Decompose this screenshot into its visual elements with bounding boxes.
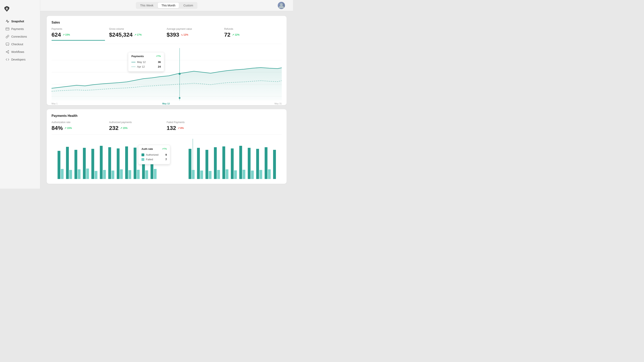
svg-rect-30 [100, 146, 103, 179]
tab-this-week[interactable]: This Week [136, 2, 157, 8]
svg-rect-55 [234, 170, 237, 179]
svg-rect-39 [137, 170, 140, 179]
metric-refunds-label: Refunds [224, 27, 278, 30]
metric-failed-label: Failed Payments [167, 121, 220, 124]
svg-rect-41 [145, 170, 148, 179]
auth-tooltip-badge: ↗7% [162, 148, 167, 150]
bar-group-2 [66, 147, 72, 179]
svg-rect-58 [248, 148, 250, 179]
sidebar-item-label: Checkout [11, 43, 23, 46]
bar-group-17 [222, 146, 228, 179]
tooltip-date-2: Apr 12 [137, 65, 145, 68]
chart-axis-labels: May 1 May 12 May 31 [52, 102, 282, 105]
svg-rect-57 [242, 170, 245, 179]
bar-chart-area: Auth rate ↗7% Authorized 9 Failed [52, 139, 282, 179]
sidebar-item-label: Developers [11, 58, 26, 61]
svg-rect-52 [222, 146, 225, 179]
shopping-cart-icon [6, 42, 9, 46]
metric-avg-badge: ↘ 12% [181, 33, 188, 36]
svg-rect-62 [265, 147, 268, 179]
svg-rect-23 [69, 170, 72, 179]
sidebar-item-snapshot[interactable]: Snapshot [2, 18, 38, 25]
tooltip-row-2: Apr 12 24 [132, 64, 161, 69]
auth-tooltip-row-2: Failed 7 [142, 157, 167, 162]
metric-payments: Payments 624 ↗ 15% [52, 27, 109, 41]
bar-group-4 [83, 148, 89, 179]
axis-label-start: May 1 [52, 102, 58, 105]
bar-group-20 [248, 148, 254, 179]
metric-failed-value-row: 132 ↗ 8% [167, 125, 220, 131]
svg-rect-25 [78, 169, 80, 179]
svg-point-18 [179, 97, 180, 99]
up-arrow-icon: ↗ [64, 127, 66, 129]
avatar-image [278, 2, 285, 9]
bar-group-13 [188, 149, 194, 179]
svg-rect-20 [58, 151, 60, 179]
payments-health-title: Payments Health [52, 114, 282, 118]
bar-group-6 [100, 146, 106, 179]
tab-this-month[interactable]: This Month [158, 2, 179, 8]
metric-payments-value: 624 [52, 31, 61, 38]
metric-avg-label: Average payment value [167, 27, 220, 30]
svg-rect-53 [226, 169, 228, 179]
bar-group-1 [58, 151, 64, 179]
tooltip-row-1: May 12 36 [132, 60, 161, 64]
metric-failed-badge: ↗ 8% [178, 127, 184, 129]
metric-avg-value: $393 [167, 31, 179, 38]
metric-authorized: Authorized payments 232 ↗ 15% [109, 121, 167, 131]
metric-refunds-change: 12% [235, 33, 240, 36]
sidebar-item-payments[interactable]: Payments [2, 25, 38, 32]
svg-rect-38 [134, 148, 136, 179]
svg-rect-63 [268, 169, 271, 179]
sidebar-item-connections[interactable]: Connections [2, 33, 38, 40]
metric-payments-label: Payments [52, 27, 105, 30]
authorized-color-swatch [142, 153, 144, 156]
content-area: Sales Payments 624 ↗ 15% Gr [40, 11, 293, 189]
bar-group-18 [231, 148, 237, 179]
up-arrow-icon: ↗ [178, 127, 180, 129]
svg-rect-26 [83, 148, 86, 179]
bar-group-14 [197, 148, 203, 179]
metric-failed-payments: Failed Payments 132 ↗ 8% [167, 121, 224, 131]
axis-label-middle: May 12 [162, 102, 170, 105]
solid-line-indicator [132, 62, 136, 62]
metric-gross-value-row: $245,324 ↗ 17% [109, 31, 162, 38]
sidebar-item-workflows[interactable]: Workflows [2, 48, 38, 55]
sidebar-item-developers[interactable]: Developers [2, 56, 38, 63]
auth-tooltip-label-1: Authorized [142, 153, 158, 156]
tooltip-header: Payments ↗7% [132, 55, 161, 58]
metric-payments-value-row: 624 ↗ 15% [52, 31, 105, 38]
sidebar-item-checkout[interactable]: Checkout [2, 41, 38, 48]
auth-tooltip-val-1: 9 [166, 153, 167, 156]
svg-rect-2 [6, 43, 9, 45]
auth-tooltip-row-1: Authorized 9 [142, 152, 167, 157]
metric-avg-change: 12% [183, 33, 188, 36]
metric-gross-volume: Gross volume $245,324 ↗ 17% [109, 27, 167, 41]
bar-group-8 [117, 148, 123, 179]
metric-gross-change: 17% [137, 33, 142, 36]
svg-point-17 [178, 73, 180, 75]
activity-icon [6, 19, 9, 23]
metric-failed-value: 132 [167, 125, 176, 131]
auth-tooltip-label-2: Failed [142, 158, 153, 161]
tooltip-date-1: May 12 [137, 60, 146, 63]
svg-rect-24 [74, 150, 77, 179]
bar-group-21 [256, 149, 262, 179]
auth-tooltip-val-2: 7 [166, 158, 167, 161]
avatar[interactable] [278, 2, 285, 9]
auth-tooltip-date-2: Failed [146, 158, 153, 161]
svg-rect-61 [260, 170, 262, 179]
bar-group-19 [239, 146, 245, 179]
tooltip-val-1: 36 [158, 60, 161, 63]
metric-refunds-value-row: 72 ↗ 12% [224, 31, 278, 38]
svg-rect-47 [200, 171, 203, 179]
tab-custom[interactable]: Custom [180, 2, 196, 8]
metric-refunds: Refunds 72 ↗ 12% [224, 27, 282, 41]
bar-group-9 [125, 146, 131, 179]
sidebar-item-label: Connections [11, 35, 27, 38]
time-period-tabs: This Week This Month Custom [136, 2, 197, 9]
metric-avg-value-row: $393 ↘ 12% [167, 31, 220, 38]
logo [0, 4, 40, 18]
metric-payments-underline [52, 40, 105, 41]
bar-group-15 [206, 150, 212, 179]
